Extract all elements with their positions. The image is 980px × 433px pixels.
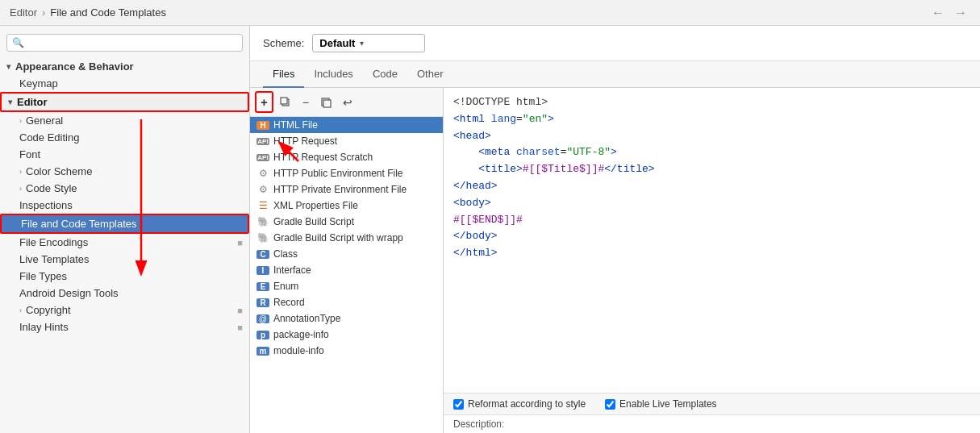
sidebar-item-inspections[interactable]: Inspections [0, 197, 249, 214]
code-line: <html lang="en"> [453, 111, 970, 128]
reformat-checkbox-label[interactable]: Reformat according to style [453, 398, 586, 410]
annotation-icon: @ [256, 314, 269, 323]
scheme-select-value: Default [319, 37, 355, 49]
sidebar-item-color-scheme[interactable]: › Color Scheme [0, 163, 249, 180]
nav-arrows: ← → [928, 4, 970, 22]
scheme-row: Scheme: Default ▾ [250, 26, 980, 61]
tab-other[interactable]: Other [407, 61, 453, 88]
breadcrumb-separator: › [42, 6, 45, 19]
chevron-right-icon: › [19, 117, 22, 125]
tabs-row: Files Includes Code Other [250, 61, 980, 88]
file-item-label: Gradle Build Script [273, 216, 354, 227]
env-icon: ⚙ [256, 168, 269, 179]
file-item-label: XML Properties File [273, 200, 358, 211]
remove-template-button[interactable]: − [298, 93, 314, 112]
file-item-enum[interactable]: E Enum [250, 278, 443, 294]
sidebar-item-label: File Types [19, 270, 67, 282]
file-list: H HTML File API HTTP Request API HTTP Re… [250, 117, 443, 433]
duplicate-template-button[interactable] [315, 94, 336, 111]
module-icon: m [256, 347, 269, 356]
file-item-label: Interface [273, 264, 311, 276]
file-item-annotation[interactable]: @ AnnotationType [250, 310, 443, 327]
search-box[interactable]: 🔍 [6, 34, 243, 52]
file-item-label: Enum [273, 281, 298, 292]
chevron-right-icon: › [19, 306, 22, 314]
file-item-xml-properties[interactable]: ☰ XML Properties File [250, 198, 443, 214]
sidebar-item-label: Code Editing [19, 131, 79, 144]
sidebar-item-general[interactable]: › General [0, 112, 249, 129]
file-item-interface[interactable]: I Interface [250, 262, 443, 278]
nav-forward-button[interactable]: → [951, 4, 970, 22]
search-icon: 🔍 [12, 37, 24, 48]
chevron-down-icon: ▾ [6, 62, 10, 71]
file-item-http-scratch[interactable]: API HTTP Request Scratch [250, 149, 443, 165]
sidebar-item-file-and-code-templates[interactable]: File and Code Templates [0, 214, 249, 234]
sidebar-item-code-editing[interactable]: Code Editing [0, 129, 249, 146]
record-icon: R [256, 298, 269, 307]
tab-includes[interactable]: Includes [304, 61, 362, 88]
code-line: <title>#[[$Title$]]#</title> [453, 161, 970, 178]
sidebar-item-keymap[interactable]: Keymap [0, 75, 249, 92]
sidebar-item-label: Code Style [26, 182, 77, 194]
sidebar-item-appearance[interactable]: ▾ Appearance & Behavior [0, 58, 249, 75]
file-item-record[interactable]: R Record [250, 294, 443, 310]
sidebar-item-editor[interactable]: ▾ Editor [0, 92, 249, 112]
code-line: #[[$END$]]# [453, 212, 970, 229]
file-item-label: HTML File [273, 119, 318, 131]
file-item-label: HTTP Request Scratch [273, 152, 373, 163]
file-item-module-info[interactable]: m module-info [250, 343, 443, 359]
content-area: + − [250, 88, 980, 433]
svg-rect-1 [281, 98, 287, 104]
sidebar-item-live-templates[interactable]: Live Templates [0, 251, 249, 268]
sidebar-item-label: Inspections [19, 199, 73, 211]
sidebar-item-label: Keymap [19, 77, 58, 90]
right-panel: Scheme: Default ▾ Files Includes Code Ot… [250, 26, 980, 433]
copy-template-button[interactable] [275, 94, 296, 111]
file-item-class[interactable]: C Class [250, 246, 443, 262]
sidebar-item-copyright[interactable]: › Copyright ■ [0, 302, 249, 319]
file-item-html[interactable]: H HTML File [250, 117, 443, 133]
file-item-label: module-info [273, 345, 324, 356]
sidebar-item-file-types[interactable]: File Types [0, 268, 249, 285]
sidebar-item-font[interactable]: Font [0, 146, 249, 163]
file-item-label: HTTP Private Environment File [273, 184, 407, 195]
svg-rect-3 [323, 100, 331, 107]
sidebar-item-android-design-tools[interactable]: Android Design Tools [0, 285, 249, 302]
live-templates-checkbox[interactable] [605, 399, 615, 410]
reset-template-button[interactable]: ↩ [338, 93, 357, 112]
code-editor[interactable]: <!DOCTYPE html> <html lang="en"> <head> … [444, 88, 980, 393]
sidebar: 🔍 ▾ Appearance & Behavior Keymap ▾ Edito… [0, 26, 250, 433]
code-line: <!DOCTYPE html> [453, 94, 970, 111]
search-input[interactable] [27, 37, 237, 48]
interface-icon: I [256, 266, 269, 275]
file-item-label: package-info [273, 329, 329, 340]
sidebar-item-label: Appearance & Behavior [15, 60, 134, 73]
api-icon: API [256, 138, 269, 145]
reformat-label: Reformat according to style [468, 398, 586, 410]
sidebar-item-label: Font [19, 148, 40, 160]
file-item-http-private-env[interactable]: ⚙ HTTP Private Environment File [250, 181, 443, 198]
sidebar-item-file-encodings[interactable]: File Encodings ■ [0, 234, 249, 251]
add-template-button[interactable]: + [255, 91, 273, 113]
chevron-right-icon: › [19, 168, 22, 176]
sidebar-item-inlay-hints[interactable]: Inlay Hints ■ [0, 319, 249, 335]
file-item-http-request[interactable]: API HTTP Request [250, 133, 443, 149]
file-item-gradle-build[interactable]: 🐘 Gradle Build Script [250, 214, 443, 230]
tab-files[interactable]: Files [263, 61, 304, 88]
file-item-http-public-env[interactable]: ⚙ HTTP Public Environment File [250, 165, 443, 181]
reformat-checkbox[interactable] [453, 399, 464, 410]
file-item-gradle-wrap[interactable]: 🐘 Gradle Build Script with wrapp [250, 230, 443, 246]
file-item-label: Class [273, 248, 298, 260]
nav-back-button[interactable]: ← [928, 4, 948, 22]
live-templates-checkbox-label[interactable]: Enable Live Templates [605, 398, 717, 410]
top-bar: Editor › File and Code Templates ← → [0, 0, 980, 26]
scheme-select[interactable]: Default ▾ [312, 34, 425, 52]
sidebar-item-label: Editor [17, 96, 48, 108]
file-item-package-info[interactable]: p package-info [250, 327, 443, 343]
gradle-icon: 🐘 [256, 216, 269, 227]
html-file-icon: H [256, 121, 269, 130]
tab-code[interactable]: Code [363, 61, 407, 88]
sidebar-item-code-style[interactable]: › Code Style [0, 180, 249, 197]
class-icon: C [256, 250, 269, 259]
pin-icon: ■ [237, 238, 243, 248]
